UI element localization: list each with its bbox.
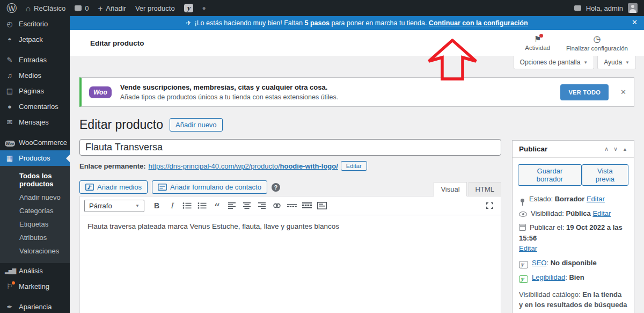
permalink-link[interactable]: https://dns-principal-40.com/wp2/product… <box>149 162 338 170</box>
bold-button[interactable]: B <box>150 199 164 212</box>
analytics-bars-icon: ▂▅▇ <box>5 268 14 274</box>
admin-bar-right: Hola, admin <box>574 3 638 13</box>
page-header: Editar producto ⚑ Actividad ◷ Finalizar … <box>70 30 644 56</box>
readability-link[interactable]: Legibilidad <box>532 273 565 281</box>
submenu-anadir-nuevo[interactable]: Añadir nuevo <box>0 191 70 204</box>
continue-setup-link[interactable]: Continuar con la configuración <box>429 19 528 27</box>
avatar[interactable] <box>628 3 638 13</box>
publish-box-header[interactable]: Publicar ∧ ∨ ▲ <box>513 141 634 158</box>
comment-bubble-icon <box>75 5 82 11</box>
pushpin-icon: ✎ <box>5 56 14 64</box>
edit-visibility-link[interactable]: Editar <box>592 209 611 217</box>
ver-todo-button[interactable]: VER TODO <box>560 84 609 100</box>
submenu-todos-los-productos[interactable]: Todos los productos <box>0 169 70 191</box>
read-more-tag-button[interactable] <box>285 199 299 212</box>
sidebar-item-analisis[interactable]: ▂▅▇ Análisis <box>0 263 70 279</box>
messages-bubble-icon[interactable] <box>574 5 581 11</box>
move-down-icon[interactable]: ∨ <box>613 145 618 152</box>
italic-button[interactable]: I <box>165 199 179 212</box>
move-up-icon[interactable]: ∧ <box>604 145 609 152</box>
wordpress-logo-icon[interactable]: Ⓦ <box>6 3 17 13</box>
tab-html[interactable]: HTML <box>469 182 501 196</box>
sidebar-item-jetpack[interactable]: ◓ Jetpack <box>0 32 70 47</box>
submenu-categorias[interactable]: Categorías <box>0 204 70 217</box>
sidebar-separator <box>0 47 70 52</box>
sidebar-item-mensajes[interactable]: ✉ Mensajes <box>0 114 70 130</box>
bullet-list-button[interactable] <box>180 199 194 212</box>
form-icon <box>158 184 167 191</box>
notice-close-icon[interactable]: ✕ <box>620 88 626 96</box>
sidebar-item-label: Marketing <box>19 282 49 290</box>
help-circle-icon[interactable]: ? <box>272 183 280 192</box>
schedule-row: Publicar el: 19 Oct 2022 a las 15:56 Edi… <box>513 219 634 254</box>
readability-value: Bien <box>569 273 584 281</box>
steps-count: 5 pasos <box>304 19 330 27</box>
sidebar-separator <box>0 294 70 299</box>
sidebar-item-medios[interactable]: ♫ Medios <box>0 68 70 83</box>
banner-close-icon[interactable]: ✕ <box>632 18 638 26</box>
sidebar-item-marketing[interactable]: ⚐ Marketing <box>0 279 70 294</box>
add-contact-form-button[interactable]: Añadir formulario de contacto <box>152 180 267 194</box>
comments-icon: ● <box>5 103 14 111</box>
editor-content-area[interactable]: Flauta traversa plateada marca Venus Est… <box>80 215 501 313</box>
sidebar-item-paginas[interactable]: ▤ Páginas <box>0 83 70 99</box>
sidebar-item-label: Análisis <box>19 267 43 275</box>
toolbar-toggle-button[interactable] <box>300 199 314 212</box>
sidebar-item-woocommerce[interactable]: Woo WooCommerce <box>0 135 70 150</box>
add-new-button[interactable]: Añadir nuevo <box>170 118 223 132</box>
insert-link-button[interactable] <box>270 199 284 212</box>
submenu-etiquetas[interactable]: Etiquetas <box>0 217 70 231</box>
add-media-button[interactable]: Añadir medios <box>79 180 148 194</box>
submenu-atributos[interactable]: Atributos <box>0 231 70 244</box>
view-product-link[interactable]: Ver producto <box>135 4 175 12</box>
comments-adminbar-item[interactable]: 0 <box>75 4 89 12</box>
sidebar-item-label: Escritorio <box>19 20 48 28</box>
sidebar-item-label: Entradas <box>19 56 47 64</box>
preview-button[interactable]: Vista previa <box>582 164 628 186</box>
view-product-label: Ver producto <box>135 4 175 12</box>
sidebar-item-apariencia[interactable]: ✒ Apariencia <box>0 299 70 313</box>
woocommerce-extensions-notice: Woo Vende suscripciones, membresías, cit… <box>79 77 634 107</box>
activity-button[interactable]: ⚑ Actividad <box>525 35 550 52</box>
collapse-toggle-icon[interactable]: ▲ <box>623 147 627 152</box>
save-draft-button[interactable]: Guardar borrador <box>518 164 582 186</box>
yoast-seo-icon[interactable]: y <box>184 4 193 12</box>
edit-catalog-link[interactable]: Editar <box>519 311 537 313</box>
admin-bar: Ⓦ ⌂ ReClásico 0 + Añadir Ver producto y … <box>0 0 644 16</box>
align-center-button[interactable] <box>240 199 254 212</box>
catalog-visibility-row: Visibilidad catálogo: En la tienda y en … <box>513 283 634 313</box>
fullscreen-button[interactable] <box>482 199 496 212</box>
chevron-down-icon: ▼ <box>583 60 588 65</box>
numbered-list-button[interactable] <box>195 199 209 212</box>
pages-icon: ▤ <box>5 87 14 95</box>
sidebar-item-comentarios[interactable]: ● Comentarios <box>0 99 70 114</box>
new-content-item[interactable]: + Añadir <box>98 4 126 13</box>
tab-visual[interactable]: Visual <box>434 182 466 196</box>
site-name-link[interactable]: ⌂ ReClásico <box>26 4 65 13</box>
sidebar-item-label: WooCommerce <box>19 139 67 147</box>
product-title-input[interactable] <box>79 139 501 156</box>
sidebar-item-label: Jetpack <box>19 35 43 43</box>
editor-text: Flauta traversa plateada marca Venus Est… <box>87 222 339 230</box>
permalink-row: Enlace permanente: https://dns-principal… <box>79 161 501 171</box>
visibility-row: Visibilidad: Pública Editar <box>513 205 634 219</box>
insert-form-button[interactable] <box>315 199 329 212</box>
screen-options-tab[interactable]: Opciones de pantalla ▼ <box>514 56 595 69</box>
edit-schedule-link[interactable]: Editar <box>519 244 537 252</box>
submenu-valoraciones[interactable]: Valoraciones <box>0 244 70 258</box>
finish-setup-button[interactable]: ◷ Finalizar configuración <box>566 35 628 52</box>
edit-permalink-button[interactable]: Editar <box>341 161 367 171</box>
seo-link[interactable]: SEO <box>532 259 546 267</box>
align-left-button[interactable] <box>225 199 239 212</box>
edit-status-link[interactable]: Editar <box>587 195 605 203</box>
pin-icon <box>521 199 524 202</box>
greeting-text[interactable]: Hola, admin <box>586 4 623 12</box>
sidebar-item-entradas[interactable]: ✎ Entradas <box>0 52 70 68</box>
sidebar-item-productos[interactable]: ▦ Productos <box>0 150 70 166</box>
visibility-value: Pública <box>566 209 591 217</box>
align-right-button[interactable] <box>255 199 269 212</box>
help-tab[interactable]: Ayuda ▼ <box>597 56 636 69</box>
blockquote-button[interactable]: “ <box>210 199 224 212</box>
sidebar-item-escritorio[interactable]: ◴ Escritorio <box>0 16 70 32</box>
paragraph-format-select[interactable]: Párrafo ▼ <box>84 200 144 212</box>
